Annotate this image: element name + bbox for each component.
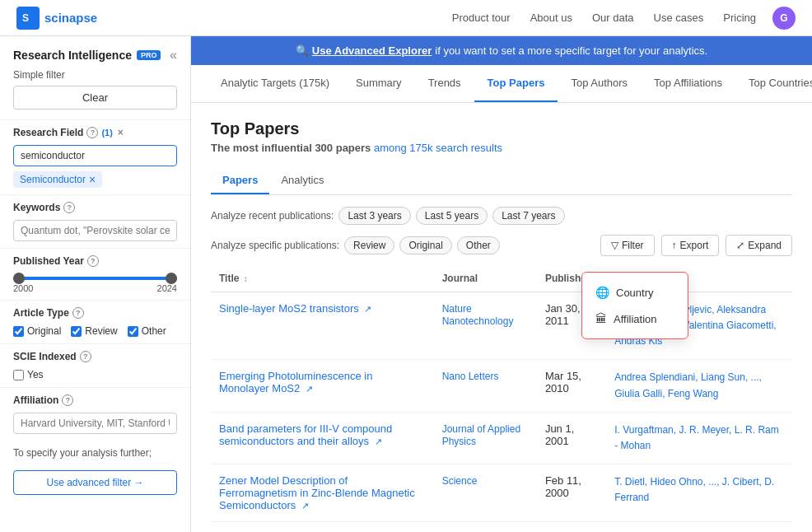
- analyze-specific-group: Analyze specific publications: Review Or…: [211, 236, 500, 254]
- year-slider-thumb-left[interactable]: [13, 273, 25, 284]
- sub-tab-analytics[interactable]: Analytics: [269, 167, 335, 194]
- chip-other[interactable]: Other: [457, 236, 500, 254]
- analyze-recent-group: Analyze recent publications: Last 3 year…: [211, 207, 565, 225]
- table-header: Title ↕ Journal Published Authors ?: [211, 266, 792, 292]
- paper-authors-cell-3: I. Vurgaftman, J. R. Meyer, L. R. Ram - …: [606, 412, 792, 464]
- scie-indexed-info-icon: ?: [80, 351, 91, 362]
- advanced-filter-button[interactable]: Use advanced filter →: [13, 470, 177, 495]
- year-slider-thumb-right[interactable]: [166, 273, 177, 284]
- nav-our-data[interactable]: Our data: [592, 12, 634, 24]
- expand-button[interactable]: ⤢ Expand: [726, 235, 792, 256]
- table-row: Zener Model Description of Ferromagnetis…: [211, 464, 792, 522]
- paper-published-cell-4: Feb 11, 2000: [537, 464, 606, 522]
- paper-authors-cell-2: Andrea Splendiani, Liang Sun, ..., Giuli…: [606, 360, 792, 412]
- tab-top-authors[interactable]: Top Authors: [558, 65, 641, 102]
- external-link-icon-3[interactable]: ↗: [375, 436, 382, 446]
- paper-title-link-2[interactable]: Emerging Photoluminescence in Monolayer …: [219, 370, 372, 394]
- scie-indexed-label: SCIE Indexed ?: [13, 351, 177, 362]
- tab-top-papers[interactable]: Top Papers: [474, 65, 558, 102]
- scie-indexed-yes[interactable]: Yes: [13, 369, 44, 380]
- table-row: Single-layer MoS2 transistors ↗ Nature N…: [211, 292, 792, 360]
- paper-published-cell-5: Nov 16, 2001: [537, 522, 606, 532]
- papers-table-body: Single-layer MoS2 transistors ↗ Nature N…: [211, 292, 792, 532]
- nav-product-tour[interactable]: Product tour: [452, 12, 511, 24]
- filter-button[interactable]: ▽ Filter: [600, 235, 655, 256]
- user-avatar[interactable]: G: [772, 7, 796, 30]
- paper-journal-cell-2: Nano Letters: [434, 360, 537, 412]
- article-type-other[interactable]: Other: [128, 325, 166, 337]
- keywords-info-icon: ?: [63, 202, 75, 213]
- tab-bar: Analytic Targets (175k) Summary Trends T…: [191, 65, 812, 103]
- analyze-recent-label: Analyze recent publications:: [211, 210, 334, 222]
- paper-title-cell: Single-layer MoS2 transistors ↗: [211, 292, 434, 360]
- nav-pricing[interactable]: Pricing: [723, 12, 756, 24]
- affiliation-label: Affiliation ?: [13, 394, 177, 406]
- chip-original[interactable]: Original: [399, 236, 451, 254]
- advanced-explorer-link[interactable]: Use Advanced Explorer: [312, 44, 432, 57]
- clear-button[interactable]: Clear: [13, 86, 177, 110]
- research-field-input[interactable]: [13, 145, 177, 166]
- chip-last-3-years[interactable]: Last 3 years: [338, 207, 410, 225]
- paper-published-cell-3: Jun 1, 2001: [537, 412, 606, 464]
- tab-top-affiliations[interactable]: Top Affiliations: [641, 65, 735, 102]
- logo-icon: S: [16, 7, 40, 30]
- subtitle: The most influential 300 papers among 17…: [211, 142, 792, 154]
- tab-top-countries[interactable]: Top Countries: [735, 65, 812, 102]
- dropdown-country[interactable]: 🌐 Country: [582, 279, 688, 306]
- research-field-remove[interactable]: ×: [118, 127, 124, 138]
- expand-icon: ⤢: [736, 240, 744, 251]
- article-type-checkboxes: Original Review Other: [13, 325, 177, 337]
- published-year-label: Published Year ?: [13, 255, 177, 267]
- export-icon: ↑: [672, 240, 677, 251]
- globe-icon: 🌐: [595, 286, 609, 299]
- col-title: Title ↕: [211, 266, 434, 292]
- paper-authors-cell-5: Stefan Wolf, D. D. Awschalom, ..., Almad…: [606, 522, 792, 532]
- page-title: Top Papers: [211, 119, 792, 138]
- banner: 🔍 Use Advanced Explorer if you want to s…: [191, 36, 812, 65]
- paper-title-link-4[interactable]: Zener Model Description of Ferromagnetis…: [219, 474, 415, 511]
- dropdown-affiliation[interactable]: 🏛 Affiliation: [582, 306, 688, 332]
- title-sort-icon[interactable]: ↕: [244, 274, 248, 283]
- affiliation-icon: 🏛: [595, 312, 607, 325]
- main-layout: Research Intelligence PRO « Simple filte…: [0, 36, 812, 532]
- keywords-section: Keywords ?: [0, 194, 190, 248]
- paper-authors-cell-4: T. Dietl, Hideo Ohno, ..., J. Cibert, D.…: [606, 464, 792, 522]
- filter-row: Analyze recent publications: Last 3 year…: [211, 207, 792, 256]
- paper-title-link-1[interactable]: Single-layer MoS2 transistors: [219, 302, 359, 315]
- sub-tabs: Papers Analytics: [211, 167, 792, 195]
- tag-remove[interactable]: ×: [89, 174, 96, 185]
- filter-icon: ▽: [611, 240, 618, 251]
- tab-trends[interactable]: Trends: [415, 65, 474, 102]
- keywords-input[interactable]: [13, 220, 177, 241]
- article-type-review[interactable]: Review: [71, 325, 117, 337]
- paper-title-link-3[interactable]: Band parameters for III-V compound semic…: [219, 422, 392, 447]
- external-link-icon-1[interactable]: ↗: [364, 304, 371, 314]
- nav-use-cases[interactable]: Use cases: [654, 12, 704, 24]
- export-button[interactable]: ↑ Export: [661, 235, 720, 256]
- chip-last-7-years[interactable]: Last 7 years: [492, 207, 564, 225]
- sidebar: Research Intelligence PRO « Simple filte…: [0, 36, 191, 532]
- collapse-button[interactable]: «: [170, 48, 177, 63]
- analyze-specific-label: Analyze specific publications:: [211, 240, 339, 251]
- paper-title-cell: Emerging Photoluminescence in Monolayer …: [211, 360, 434, 412]
- subtitle-link[interactable]: among 175k search results: [374, 142, 502, 154]
- external-link-icon-4[interactable]: ↗: [301, 501, 309, 511]
- year-range: 2000 2024: [13, 283, 177, 293]
- banner-text-after: if you want to set a more specific targe…: [435, 44, 707, 57]
- nav-links: Product tour About us Our data Use cases…: [452, 12, 756, 24]
- tab-analytic-targets[interactable]: Analytic Targets (175k): [208, 65, 343, 102]
- tab-summary[interactable]: Summary: [343, 65, 415, 102]
- table-row: Emerging Photoluminescence in Monolayer …: [211, 360, 792, 412]
- affiliation-input[interactable]: [13, 413, 177, 434]
- external-link-icon-2[interactable]: ↗: [306, 384, 313, 394]
- year-slider-fill: [13, 277, 177, 280]
- published-year-section: Published Year ? 2000 2024: [0, 248, 190, 300]
- article-type-section: Article Type ? Original Review Other: [0, 300, 190, 343]
- chip-review[interactable]: Review: [344, 236, 394, 254]
- sub-tab-papers[interactable]: Papers: [211, 167, 269, 194]
- nav-about-us[interactable]: About us: [530, 12, 572, 24]
- paper-title-cell: Zener Model Description of Ferromagnetis…: [211, 464, 434, 522]
- article-type-original[interactable]: Original: [13, 325, 61, 337]
- paper-published-cell-2: Mar 15, 2010: [537, 360, 606, 412]
- chip-last-5-years[interactable]: Last 5 years: [416, 207, 488, 225]
